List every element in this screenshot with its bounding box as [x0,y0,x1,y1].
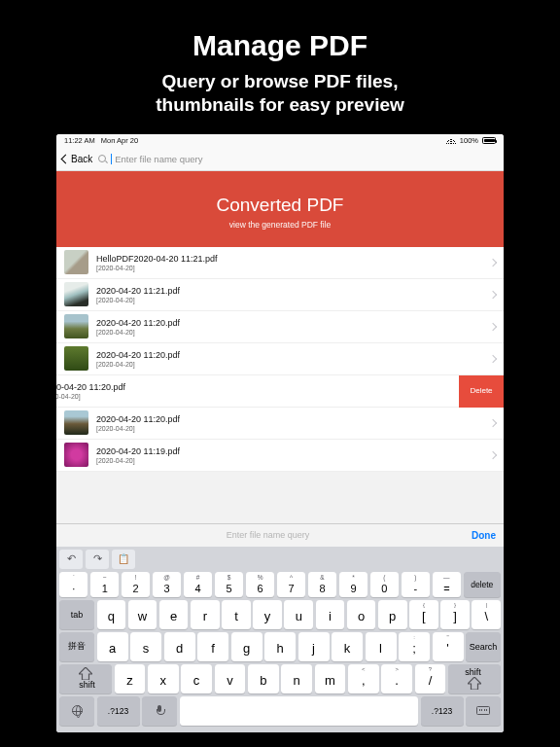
key-b[interactable]: b [248,664,279,694]
device-frame: 11:22 AM Mon Apr 20 100% Back Enter file… [56,134,504,732]
file-row[interactable]: 2020-04-20 11:21.pdf [2020-04-20] [56,279,504,311]
key-a[interactable]: a [97,632,128,661]
file-thumbnail [64,410,88,435]
space-key[interactable] [180,696,419,726]
key-4[interactable]: #4 [184,572,212,597]
key-3[interactable]: @3 [153,572,181,597]
globe-key[interactable] [59,696,94,726]
chevron-right-icon [489,354,497,362]
key-c[interactable]: c [181,664,212,694]
key-u[interactable]: u [284,600,313,629]
promo-title: Manage PDF [19,29,541,62]
shift-key-right[interactable]: shift [448,664,501,694]
file-date: [2020-04-20] [96,329,484,336]
file-date: [2020-04-20] [96,297,484,303]
key-6[interactable]: %6 [246,572,274,597]
key-w[interactable]: w [128,600,158,629]
key-symbol[interactable]: |\ [472,600,501,629]
key-r[interactable]: r [191,600,220,629]
clipboard-button[interactable]: 📋 [112,550,135,569]
key-y[interactable]: y [253,600,282,629]
key-f[interactable]: f [197,632,228,661]
key-symbol[interactable]: }] [440,600,470,629]
key-e[interactable]: e [159,600,189,629]
search-input[interactable]: Enter file name query [98,154,498,164]
file-name: 2020-04-20 11:20.pdf [56,382,451,392]
file-thumbnail [64,314,88,338]
tab-key[interactable]: tab [59,600,94,629]
key-symbol[interactable]: :; [399,632,430,661]
key-k[interactable]: k [332,632,363,661]
file-date: [2020-04-20] [96,361,484,368]
chevron-right-icon [489,290,497,298]
key-z[interactable]: z [115,664,146,694]
key-n[interactable]: n [281,664,312,694]
delete-button[interactable]: Delete [459,375,504,408]
key-i[interactable]: i [316,600,345,629]
key-h[interactable]: h [264,632,296,661]
key-7[interactable]: ^7 [277,572,305,597]
file-row[interactable]: 2020-04-20 11:20.pdf [2020-04-20] [56,375,459,408]
key-q[interactable]: q [97,600,126,629]
hero-banner: Converted PDF view the generated PDF fil… [56,171,504,247]
undo-button[interactable]: ↶ [59,550,83,569]
suggestion-bar: ↶ ↷ 📋 [59,550,501,569]
key-t[interactable]: t [222,600,251,629]
file-date: [2020-04-20] [96,265,484,271]
key-x[interactable]: x [148,664,179,694]
key-8[interactable]: &8 [308,572,336,597]
battery-icon [482,137,496,144]
key-symbol[interactable]: `· [59,572,88,597]
dismiss-keyboard-key[interactable] [466,696,501,726]
symbols-key-right[interactable]: .?123 [421,696,464,726]
key-m[interactable]: m [315,664,346,694]
keyboard-area: Enter file name query Done ↶ ↷ 📋 `· ~1 !… [56,523,504,732]
key-1[interactable]: ~1 [90,572,119,597]
pinyin-key[interactable]: 拼音 [59,632,94,661]
status-time: 11:22 AM [64,136,95,145]
status-date: Mon Apr 20 [101,136,138,145]
key-g[interactable]: g [231,632,262,661]
file-row[interactable]: 2020-04-20 11:20.pdf [2020-04-20] [56,343,504,375]
hero-subtitle: view the generated PDF file [66,220,494,230]
file-row[interactable]: HelloPDF2020-04-20 11:21.pdf [2020-04-20… [56,247,504,279]
key-symbol[interactable]: <, [348,664,379,694]
keyboard-icon [476,706,490,715]
file-date: [2020-04-20] [96,457,484,464]
symbols-key[interactable]: .?123 [97,696,140,726]
key-0[interactable]: (0 [370,572,399,597]
battery-pct: 100% [460,136,478,145]
key-symbol[interactable]: —= [433,572,461,597]
back-button[interactable]: Back [62,154,92,164]
delete-key[interactable]: delete [464,572,501,597]
file-row[interactable]: 2020-04-20 11:19.pdf [2020-04-20] [56,440,504,472]
key-s[interactable]: s [130,632,161,661]
redo-button[interactable]: ↷ [86,550,109,569]
done-button[interactable]: Done [472,530,496,541]
shift-key-left[interactable]: shift [59,664,112,694]
file-list: HelloPDF2020-04-20 11:21.pdf [2020-04-20… [56,247,504,472]
file-row[interactable]: 2020-04-20 11:20.pdf [2020-04-20] [56,311,504,343]
key-symbol[interactable]: >. [381,664,412,694]
chevron-right-icon [489,450,497,458]
key-d[interactable]: d [164,632,195,661]
key-p[interactable]: p [378,600,407,629]
key-5[interactable]: $5 [215,572,243,597]
key-symbol[interactable]: )- [402,572,430,597]
mic-key[interactable] [142,696,177,726]
text-cursor [111,154,112,164]
key-symbol[interactable]: {[ [409,600,438,629]
key-l[interactable]: l [366,632,397,661]
key-v[interactable]: v [215,664,246,694]
mic-icon [155,705,164,717]
key-symbol[interactable]: "' [433,632,464,661]
keyboard-accessory-bar: Enter file name query Done [56,523,504,547]
key-9[interactable]: *9 [339,572,368,597]
key-symbol[interactable]: ?/ [415,664,446,694]
search-key[interactable]: Search [466,632,501,661]
key-2[interactable]: !2 [122,572,150,597]
chevron-left-icon [61,154,71,163]
key-j[interactable]: j [298,632,330,661]
file-row[interactable]: 2020-04-20 11:20.pdf [2020-04-20] [56,408,504,440]
key-o[interactable]: o [347,600,376,629]
